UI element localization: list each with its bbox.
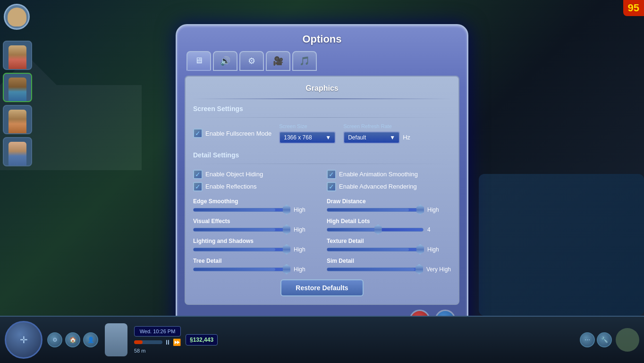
high-detail-lots-row: 4 [327, 226, 451, 233]
sim-detail-thumb[interactable] [415, 264, 423, 275]
hud-money: §132,443 [186, 334, 218, 346]
tab-camera[interactable]: 🎥 [266, 51, 290, 71]
reflections-item: ✓ Enable Reflections [193, 182, 317, 191]
hud-info: Wed. 10:26 PM ⏸ ⏩ 58 m [134, 326, 181, 354]
hud-action-btns: ⋯ 🔧 [580, 332, 612, 347]
content-panel: Graphics Screen Settings ✓ Enable Fullsc… [185, 76, 459, 305]
draw-distance-label: Draw Distance [327, 198, 451, 205]
dropdown-arrow2-icon: ▼ [390, 134, 395, 141]
visual-effects-label: Visual Effects [193, 218, 317, 225]
tree-detail-thumb[interactable] [283, 264, 290, 275]
tree-detail-value: High [294, 266, 317, 273]
tab-music[interactable]: 🎵 [292, 51, 317, 71]
screen-size-dropdown[interactable]: 1366 x 768 ▼ [279, 131, 336, 144]
animation-smoothing-item: ✓ Enable Animation Smoothing [327, 170, 451, 179]
texture-detail-row: High [327, 246, 451, 253]
hud-action-1[interactable]: ⋯ [580, 332, 595, 347]
refresh-rate-dropdown[interactable]: Default ▼ [343, 131, 400, 144]
high-detail-lots-thumb[interactable] [374, 225, 382, 235]
high-detail-lots-fill [327, 228, 380, 231]
high-detail-lots-slider-item: High Detail Lots 4 [327, 218, 451, 233]
edge-smoothing-thumb[interactable] [283, 205, 290, 215]
animation-smoothing-checkbox[interactable]: ✓ [327, 170, 336, 179]
visual-effects-track[interactable] [193, 228, 290, 232]
visual-effects-thumb[interactable] [283, 225, 290, 235]
tab-gameplay[interactable]: ⚙ [239, 51, 264, 71]
hud-btn-3[interactable]: 👤 [83, 332, 98, 347]
tab-graphics[interactable]: 🖥 [186, 51, 211, 71]
texture-detail-value: High [427, 246, 451, 253]
time-label: 58 m [134, 348, 145, 354]
hud-btn-1[interactable]: ⚙ [47, 332, 62, 347]
tree-detail-track[interactable] [193, 268, 290, 271]
animation-smoothing-label: Enable Animation Smoothing [339, 171, 418, 178]
high-detail-lots-value: 4 [427, 226, 451, 233]
play-pause-button[interactable]: ⏸ [164, 338, 171, 346]
tree-detail-label: Tree Detail [193, 258, 317, 264]
refresh-rate-row: Default ▼ Hz [343, 131, 410, 144]
texture-detail-label: Texture Detail [327, 238, 451, 244]
tree-detail-slider-item: Tree Detail High [193, 258, 317, 273]
hud-right: ⋯ 🔧 [580, 328, 639, 352]
object-hiding-checkbox[interactable]: ✓ [193, 170, 203, 179]
texture-detail-track[interactable] [327, 248, 424, 251]
screen-size-label: Screen Size [279, 123, 336, 129]
sliders-grid: Edge Smoothing High Draw Distance [193, 198, 451, 273]
reflections-checkbox[interactable]: ✓ [193, 182, 203, 191]
lighting-shadows-slider-item: Lighting and Shadows High [193, 238, 317, 253]
lighting-shadows-value: High [294, 246, 317, 253]
fast-forward-button[interactable]: ⏩ [173, 338, 181, 346]
lighting-shadows-row: High [193, 246, 317, 253]
dialog-title: Options [185, 33, 459, 45]
nav-wheel[interactable]: ✛ [5, 321, 42, 359]
draw-distance-slider-item: Draw Distance High [327, 198, 451, 213]
playback-row: ⏸ ⏩ [134, 338, 181, 346]
lighting-shadows-thumb[interactable] [283, 244, 290, 255]
texture-detail-slider-item: Texture Detail High [327, 238, 451, 253]
high-detail-lots-track[interactable] [327, 228, 424, 232]
tree-detail-row: High [193, 266, 317, 273]
tab-bar: 🖥 🔊 ⚙ 🎥 🎵 [185, 51, 459, 71]
draw-distance-row: High [327, 207, 451, 213]
restore-defaults-button[interactable]: Restore Defaults [280, 279, 363, 296]
hud-clock: Wed. 10:26 PM [134, 326, 181, 337]
edge-smoothing-label: Edge Smoothing [193, 198, 317, 205]
draw-distance-track[interactable] [327, 208, 424, 212]
fullscreen-label: Enable Fullscreen Mode [205, 130, 271, 137]
options-overlay: Options 🖥 🔊 ⚙ 🎥 🎵 Graphics Screen Settin… [0, 0, 644, 363]
clock-display: Wed. 10:26 PM [140, 328, 176, 334]
screen-size-group: Screen Size 1366 x 768 ▼ [279, 123, 336, 144]
tab-audio[interactable]: 🔊 [213, 51, 237, 71]
edge-smoothing-fill [194, 208, 275, 211]
sim-detail-label: Sim Detail [327, 258, 451, 264]
visual-effects-row: High [193, 226, 317, 233]
bottom-hud: ✛ ⚙ 🏠 👤 Wed. 10:26 PM ⏸ ⏩ 58 m §132,443 … [0, 316, 644, 363]
time-label-row: 58 m [134, 348, 181, 354]
texture-detail-thumb[interactable] [416, 244, 424, 255]
fullscreen-checkbox-item: ✓ Enable Fullscreen Mode [193, 129, 271, 138]
hud-btn-2[interactable]: 🏠 [65, 332, 80, 347]
lighting-shadows-label: Lighting and Shadows [193, 238, 317, 244]
sim-detail-track[interactable] [327, 268, 423, 271]
time-fill [134, 340, 143, 344]
screen-settings-row: ✓ Enable Fullscreen Mode Screen Size 136… [193, 123, 451, 144]
advanced-rendering-checkbox[interactable]: ✓ [327, 182, 336, 191]
draw-distance-fill [327, 208, 409, 211]
reflections-label: Enable Reflections [205, 183, 256, 190]
hud-action-2[interactable]: 🔧 [597, 332, 612, 347]
time-bar [134, 340, 162, 344]
lighting-shadows-track[interactable] [193, 248, 290, 251]
edge-smoothing-track[interactable] [193, 208, 290, 212]
tree-detail-fill [194, 268, 275, 271]
sim-detail-slider-item: Sim Detail Very High [327, 258, 451, 273]
screen-settings-divider [193, 117, 451, 118]
fullscreen-checkbox[interactable]: ✓ [193, 129, 203, 138]
options-dialog: Options 🖥 🔊 ⚙ 🎥 🎵 Graphics Screen Settin… [176, 24, 468, 339]
hud-sim-figure [105, 323, 127, 356]
playback-controls: ⏸ ⏩ [164, 338, 181, 346]
dropdown-arrow-icon: ▼ [325, 134, 331, 141]
draw-distance-thumb[interactable] [416, 205, 424, 215]
screen-size-value: 1366 x 768 [284, 134, 312, 141]
hz-label: Hz [403, 134, 410, 141]
title-divider [193, 98, 451, 99]
